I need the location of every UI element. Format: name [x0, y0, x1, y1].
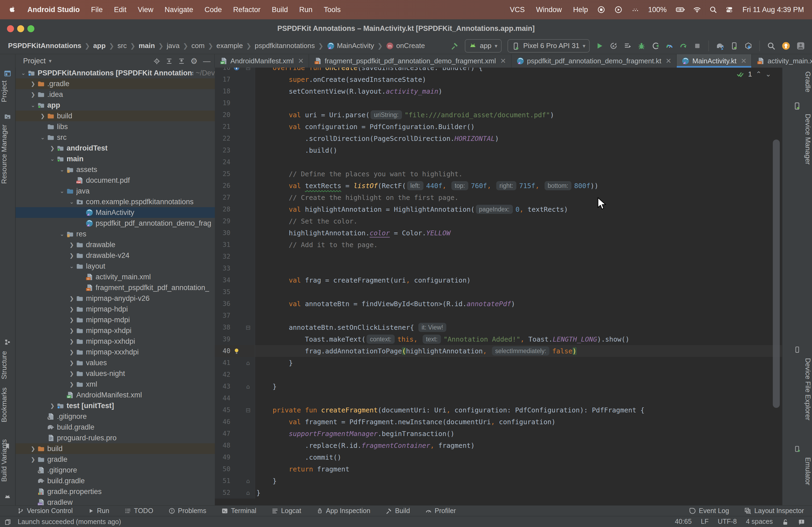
toolbar-avatar-button[interactable] — [796, 42, 805, 50]
tool-window-button-logcat[interactable]: Logcat — [272, 507, 301, 515]
tool-window-button-build[interactable]: Build — [385, 507, 410, 515]
editor-gutter[interactable]: 50 — [215, 463, 255, 475]
tab-activity_main.xml[interactable]: <>activity_main.xml✕ — [752, 54, 812, 67]
tree-collapsed-arrow[interactable]: ❯ — [29, 446, 37, 452]
tree-item-app[interactable]: ⌄app — [16, 100, 215, 110]
tree-item-.gradle[interactable]: ❯.gradle — [16, 78, 215, 89]
editor-gutter[interactable]: 32 — [215, 251, 255, 262]
editor-gutter[interactable]: 19 — [215, 97, 255, 109]
tree-item-document.pdf[interactable]: PDFdocument.pdf — [16, 175, 215, 186]
menu-view[interactable]: View — [138, 6, 153, 14]
code-line-31[interactable]: 31 // Add it to the page. — [215, 239, 782, 251]
code-line-36[interactable]: 36 val annotateBtn = findViewById<Button… — [215, 298, 782, 310]
editor-gutter[interactable]: 26 — [215, 180, 255, 192]
editor-gutter[interactable]: 41⌂ — [215, 357, 255, 369]
gutter-marker[interactable] — [230, 347, 243, 355]
editor-gutter[interactable]: 39 — [215, 333, 255, 345]
tree-item-.idea[interactable]: ❯.idea — [16, 89, 215, 100]
toolbar-apply-changes-button[interactable] — [624, 42, 632, 50]
fold-marker[interactable]: ⌂ — [243, 360, 253, 366]
tool-window-button-emulator[interactable]: Emulator — [782, 457, 812, 485]
tool-window-button-structure[interactable]: Structure — [0, 351, 15, 379]
code-line-25[interactable]: 25 // Define the places you want to high… — [215, 168, 782, 180]
tree-collapsed-arrow[interactable]: ❯ — [68, 381, 76, 388]
close-icon[interactable]: ✕ — [500, 57, 506, 65]
stripe-device-manager[interactable] — [782, 102, 812, 110]
module-selector[interactable]: app ▾ — [465, 39, 502, 52]
code-line-21[interactable]: 21 val configuration = PdfConfiguration.… — [215, 121, 782, 133]
stripe-device-file-explorer[interactable] — [782, 346, 812, 353]
tree-expanded-arrow[interactable]: ⌄ — [29, 102, 37, 108]
code-line-48[interactable]: 48 .replace(R.id.fragmentContainer, frag… — [215, 439, 782, 451]
toolbar-profiler-gauge-button[interactable] — [665, 42, 673, 50]
editor-gutter[interactable]: 49 — [215, 451, 255, 463]
tree-item-values-night[interactable]: ❯values-night — [16, 368, 215, 379]
toolbar-update-circle-button[interactable] — [781, 41, 791, 50]
editor-gutter[interactable]: 30 — [215, 227, 255, 239]
fold-marker[interactable]: ⌂ — [243, 478, 253, 484]
editor-gutter[interactable]: 36 — [215, 298, 255, 310]
code-line-37[interactable]: 37 — [215, 310, 782, 321]
toolbar-search-everywhere-button[interactable] — [767, 42, 775, 50]
tree-item-values[interactable]: ❯values — [16, 358, 215, 368]
caret-position[interactable]: 40:65 — [675, 517, 692, 525]
tree-item-mipmap-xhdpi[interactable]: ❯mipmap-xhdpi — [16, 325, 215, 336]
tree-item-main[interactable]: ⌄main — [16, 153, 215, 164]
tree-item-mipmap-xxxhdpi[interactable]: ❯mipmap-xxxhdpi — [16, 347, 215, 358]
editor-gutter[interactable]: 18 — [215, 85, 255, 97]
menu-navigate[interactable]: Navigate — [164, 6, 193, 14]
code-line-24[interactable]: 24 — [215, 156, 782, 168]
device-selector[interactable]: Pixel 6 Pro API 31 ▾ — [508, 39, 590, 52]
code-line-27[interactable]: 27 // Create the highlight on the first … — [215, 192, 782, 204]
tree-collapsed-arrow[interactable]: ❯ — [68, 327, 76, 334]
tree-expanded-arrow[interactable]: ⌄ — [19, 70, 27, 76]
tab-MainActivity.kt[interactable]: MainActivity.kt✕ — [677, 54, 752, 67]
editor-gutter[interactable]: 29 — [215, 215, 255, 227]
editor-gutter[interactable]: 44 — [215, 392, 255, 404]
tree-collapsed-arrow[interactable]: ❯ — [68, 360, 76, 366]
editor-gutter[interactable]: 33 — [215, 262, 255, 274]
breadcrumb-oncreate[interactable]: monCreate — [386, 42, 425, 50]
tree-collapsed-arrow[interactable]: ❯ — [68, 370, 76, 377]
editor-gutter[interactable]: 25 — [215, 168, 255, 180]
tree-collapsed-arrow[interactable]: ❯ — [29, 456, 37, 463]
stripe-emulator[interactable] — [782, 446, 812, 452]
code-line-29[interactable]: 29 // Set the color. — [215, 215, 782, 227]
editor-gutter[interactable]: 37 — [215, 310, 255, 321]
code-line-44[interactable]: 44 — [215, 392, 782, 404]
breadcrumb-app[interactable]: app — [93, 42, 105, 50]
code-line-52[interactable]: 52⌂} — [215, 487, 782, 499]
editor-gutter[interactable]: 42 — [215, 369, 255, 380]
editor-gutter[interactable]: 28 — [215, 204, 255, 215]
menu-vcs[interactable]: VCS — [510, 6, 525, 14]
apple-menu[interactable] — [8, 6, 16, 14]
tool-window-button-layout-inspector[interactable]: Layout Inspector — [744, 507, 804, 515]
tree-collapsed-arrow[interactable]: ❯ — [68, 241, 76, 248]
menu-refactor[interactable]: Refactor — [233, 6, 260, 14]
breadcrumb-main[interactable]: main — [139, 42, 155, 50]
stripe-resource-manager[interactable] — [0, 113, 15, 120]
editor-gutter[interactable]: 27 — [215, 192, 255, 204]
next-problem-button[interactable]: ⌄ — [765, 70, 771, 78]
breadcrumb-src[interactable]: src — [117, 42, 127, 50]
code-line-47[interactable]: 47 supportFragmentManager.beginTransacti… — [215, 428, 782, 439]
tree-collapsed-arrow[interactable]: ❯ — [29, 91, 37, 98]
toolbar-restart-activity-button[interactable]: A — [610, 42, 618, 50]
code-line-17[interactable]: 17 super.onCreate(savedInstanceState) — [215, 74, 782, 85]
tree-item-build[interactable]: ❯build — [16, 110, 215, 121]
tree-item-gradlew[interactable]: C++gradlew — [16, 497, 215, 505]
menu-build[interactable]: Build — [272, 6, 288, 14]
panel-hide-panel-button[interactable]: — — [203, 57, 211, 65]
menu-tools[interactable]: Tools — [324, 6, 341, 14]
code-editor[interactable]: 16⊟ override fun onCreate(savedInstanceS… — [215, 67, 782, 505]
tree-item-proguard-rules.pro[interactable]: proguard-rules.pro — [16, 433, 215, 443]
inspections-widget[interactable]: 1 ⌃ ⌄ — [736, 70, 771, 78]
tool-window-button-run[interactable]: Run — [88, 507, 109, 515]
editor-gutter[interactable]: 16⊟ — [215, 67, 255, 74]
menu-window[interactable]: Window — [536, 6, 562, 14]
panel-locate-button[interactable] — [153, 57, 160, 65]
stripe-structure[interactable] — [0, 338, 15, 346]
tree-item-androidmanifest.xml[interactable]: MFAndroidManifest.xml — [16, 390, 215, 400]
tree-item-layout[interactable]: ⌄layout — [16, 261, 215, 272]
tree-collapsed-arrow[interactable]: ❯ — [68, 349, 76, 355]
